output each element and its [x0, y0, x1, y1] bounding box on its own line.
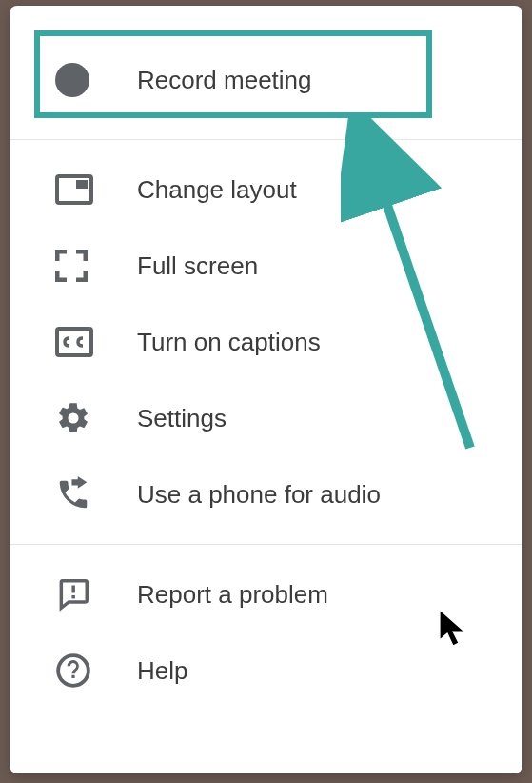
menu-item-settings[interactable]: Settings — [10, 380, 522, 456]
menu-item-label: Record meeting — [137, 66, 312, 95]
svg-rect-3 — [71, 586, 74, 593]
divider — [10, 544, 522, 545]
captions-icon — [55, 327, 137, 357]
settings-icon — [55, 400, 137, 436]
menu-item-phoneaudio[interactable]: Use a phone for audio — [10, 456, 522, 532]
feedback-icon — [55, 576, 137, 612]
fullscreen-icon — [55, 250, 137, 282]
menu-item-label: Help — [137, 656, 187, 686]
menu-item-layout[interactable]: Change layout — [10, 151, 522, 228]
menu-item-label: Turn on captions — [137, 328, 321, 357]
menu-item-label: Settings — [137, 404, 227, 433]
layout-icon — [55, 174, 137, 205]
menu-item-label: Change layout — [137, 175, 297, 205]
menu-item-label: Use a phone for audio — [137, 480, 381, 510]
menu-item-report[interactable]: Report a problem — [10, 556, 522, 632]
record-icon — [55, 63, 137, 97]
menu-item-label: Full screen — [137, 251, 258, 281]
menu-item-captions[interactable]: Turn on captions — [10, 304, 522, 380]
options-menu: Record meeting Change layout Full screen — [10, 6, 522, 773]
menu-item-help[interactable]: Help — [10, 632, 522, 709]
phone-forward-icon — [55, 476, 137, 512]
menu-item-record[interactable]: Record meeting — [10, 32, 522, 128]
help-icon — [55, 652, 137, 689]
menu-item-label: Report a problem — [137, 580, 328, 610]
svg-rect-4 — [71, 595, 74, 598]
svg-rect-1 — [76, 180, 88, 189]
svg-rect-2 — [57, 329, 91, 355]
divider — [10, 139, 522, 140]
menu-item-fullscreen[interactable]: Full screen — [10, 228, 522, 304]
